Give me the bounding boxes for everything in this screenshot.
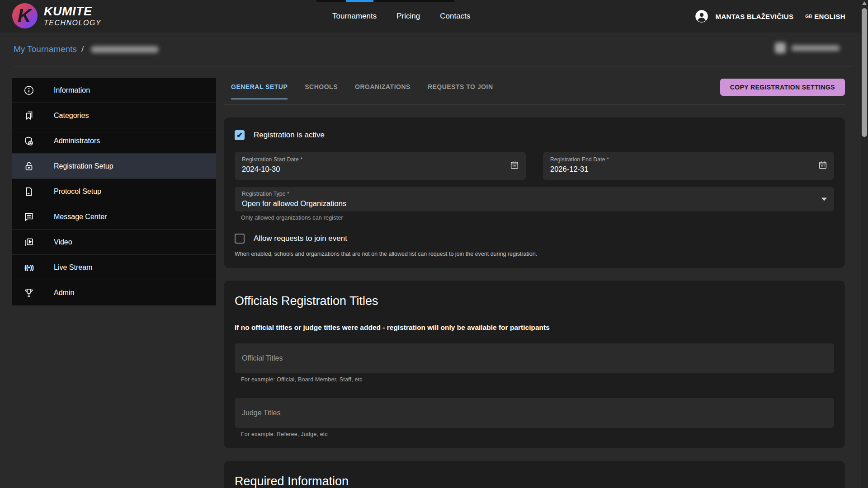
kumite-logo-icon: K — [12, 3, 38, 28]
active-route-indicator — [346, 0, 373, 2]
breadcrumb-my-tournaments[interactable]: My Tournaments — [14, 44, 77, 54]
language-selector[interactable]: GB ENGLISH — [805, 13, 845, 20]
sidebar-item-live-stream[interactable]: ((•)) Live Stream — [12, 255, 216, 280]
sidebar-item-video[interactable]: Video — [12, 230, 216, 255]
official-titles-helper: For example: Official, Board Member, Sta… — [241, 376, 834, 383]
user-menu[interactable]: MANTAS BLAŽEVIČIUS GB ENGLISH — [695, 0, 845, 33]
allow-requests-helper: When enabled, schools and organizations … — [235, 251, 834, 257]
tab-organizations[interactable]: ORGANIZATIONS — [355, 83, 410, 99]
video-library-icon — [23, 236, 35, 248]
breadcrumb: My Tournaments / — [14, 44, 159, 54]
registration-active-checkbox[interactable]: ✔ — [235, 130, 245, 140]
sidebar-item-information[interactable]: Information — [12, 78, 216, 103]
app-header: K KUMITE TECHNOLOGY Tournaments Pricing … — [0, 0, 868, 33]
officials-titles-heading: Officials Registration Titles — [235, 294, 834, 308]
registration-type-value: Open for allowed Organizations — [242, 199, 827, 208]
judge-titles-helper: For example: Referee, Judge, etc — [241, 431, 834, 437]
required-information-card: Required Information — [224, 461, 845, 488]
main-nav: Tournaments Pricing Contacts — [332, 0, 470, 33]
language-label: ENGLISH — [814, 13, 845, 20]
redacted-tournament-name — [91, 46, 159, 53]
registration-active-label: Registration is active — [254, 131, 325, 140]
end-date-label: Registration End Date * — [550, 156, 827, 163]
allow-requests-row: Allow requests to join event — [235, 234, 834, 244]
tab-bar-divider — [224, 104, 845, 105]
calendar-icon — [775, 42, 786, 53]
sidebar-item-administrators[interactable]: Administrators — [12, 128, 216, 154]
broadcast-icon: ((•)) — [23, 262, 35, 273]
bookmark-icon — [23, 110, 35, 122]
brand-logo[interactable]: K KUMITE TECHNOLOGY — [12, 3, 101, 28]
chevron-down-icon — [821, 198, 827, 201]
calendar-icon[interactable] — [818, 160, 828, 172]
registration-type-label: Registration Type * — [242, 191, 827, 197]
vertical-scrollbar[interactable] — [861, 0, 868, 488]
main-content: GENERAL SETUP SCHOOLS ORGANIZATIONS REQU… — [224, 79, 845, 488]
judge-titles-input[interactable]: Judge Titles — [235, 398, 834, 428]
registration-dates-row: Registration Start Date * 2024-10-30 Reg… — [235, 152, 834, 180]
shield-person-icon — [23, 135, 35, 147]
scroll-up-arrow-icon[interactable] — [862, 1, 867, 5]
registration-start-date-field[interactable]: Registration Start Date * 2024-10-30 — [235, 152, 526, 180]
tab-general-setup[interactable]: GENERAL SETUP — [231, 83, 288, 99]
sidebar-item-protocol-setup[interactable]: Protocol Setup — [12, 179, 216, 204]
allow-requests-checkbox[interactable] — [235, 234, 245, 244]
tournament-sidebar: Information Categories Administrators Re… — [12, 78, 216, 305]
breadcrumb-separator: / — [81, 44, 84, 54]
start-date-label: Registration Start Date * — [242, 156, 519, 163]
tab-bar: GENERAL SETUP SCHOOLS ORGANIZATIONS REQU… — [224, 79, 845, 105]
allow-requests-label: Allow requests to join event — [254, 234, 347, 243]
lock-icon — [23, 160, 35, 172]
registration-type-helper: Only allowed organizations can register — [241, 215, 834, 221]
start-date-value: 2024-10-30 — [242, 165, 519, 174]
info-icon — [23, 84, 35, 96]
judge-titles-placeholder: Judge Titles — [242, 409, 280, 417]
brand-name: KUMITE — [44, 5, 101, 18]
redacted-date-chip — [775, 42, 840, 53]
brand-subtitle: TECHNOLOGY — [44, 19, 101, 27]
calendar-icon[interactable] — [509, 160, 519, 172]
official-titles-input[interactable]: Official Titles — [235, 343, 834, 373]
sidebar-item-admin[interactable]: Admin — [12, 280, 216, 305]
document-icon — [23, 186, 35, 197]
required-information-heading: Required Information — [235, 474, 834, 488]
window-top-strip — [316, 0, 454, 2]
sidebar-item-categories[interactable]: Categories — [12, 103, 216, 128]
language-flag-code: GB — [805, 14, 812, 19]
official-titles-placeholder: Official Titles — [242, 354, 283, 362]
breadcrumb-divider — [14, 66, 854, 66]
registration-type-select[interactable]: Registration Type * Open for allowed Org… — [235, 187, 834, 211]
tab-schools[interactable]: SCHOOLS — [305, 83, 338, 99]
registration-active-row: ✔ Registration is active — [235, 130, 834, 140]
end-date-value: 2026-12-31 — [550, 165, 827, 174]
registration-settings-card: ✔ Registration is active Registration St… — [224, 117, 845, 268]
registration-end-date-field[interactable]: Registration End Date * 2026-12-31 — [543, 152, 834, 180]
scrollbar-thumb[interactable] — [862, 8, 867, 137]
chat-icon — [23, 211, 35, 223]
nav-tournaments[interactable]: Tournaments — [332, 12, 377, 21]
nav-pricing[interactable]: Pricing — [396, 12, 420, 21]
nav-contacts[interactable]: Contacts — [440, 12, 470, 21]
trophy-icon — [23, 287, 35, 299]
officials-titles-note: If no official titles or judge titles we… — [235, 324, 834, 332]
sidebar-item-registration-setup[interactable]: Registration Setup — [12, 154, 216, 179]
sidebar-item-message-center[interactable]: Message Center — [12, 204, 216, 230]
officials-titles-card: Officials Registration Titles If no offi… — [224, 281, 845, 448]
copy-registration-settings-button[interactable]: COPY REGISTRATION SETTINGS — [720, 79, 845, 96]
user-name: MANTAS BLAŽEVIČIUS — [716, 13, 794, 20]
tab-requests-to-join[interactable]: REQUESTS TO JOIN — [428, 83, 493, 99]
avatar-icon — [695, 9, 708, 23]
